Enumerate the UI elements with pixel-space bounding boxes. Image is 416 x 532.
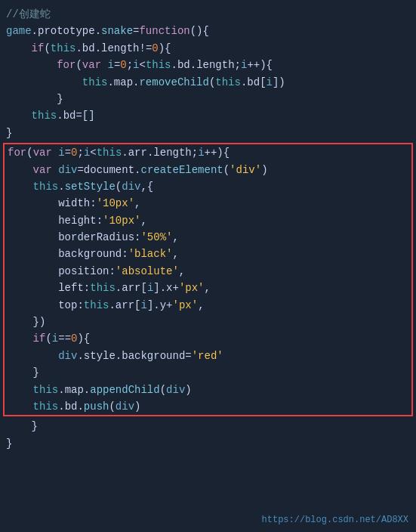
code-line-7: } bbox=[0, 125, 416, 141]
h-line-1: for(var i=0;i<this.arr.length;i++){ bbox=[5, 144, 411, 161]
h-line-10: top:this.arr[i].y+'px', bbox=[5, 297, 411, 314]
url-bar: https://blog.csdn.net/AD8XX bbox=[262, 513, 408, 527]
code-line-3: for(var i=0;i<this.bd.length;i++){ bbox=[0, 57, 416, 73]
h-line-13: div.style.background='red' bbox=[5, 348, 411, 364]
h-line-3: this.setStyle(div,{ bbox=[5, 178, 411, 195]
code-line-close-fn: } bbox=[0, 435, 416, 452]
code-line-2: if(this.bd.length!=0){ bbox=[0, 40, 416, 57]
highlighted-block: for(var i=0;i<this.arr.length;i++){ var … bbox=[3, 143, 413, 416]
h-line-7: background:'black', bbox=[5, 246, 411, 262]
h-line-4: width:'10px', bbox=[5, 195, 411, 212]
h-line-12: if(i==0){ bbox=[5, 330, 411, 347]
code-line-6: this.bd=[] bbox=[0, 107, 416, 124]
h-line-9: left:this.arr[i].x+'px', bbox=[5, 280, 411, 296]
code-line-4: this.map.removeChild(this.bd[i]) bbox=[0, 74, 416, 91]
h-line-11: }) bbox=[5, 314, 411, 330]
code-line-comment: //创建蛇 bbox=[0, 6, 416, 23]
h-line-16: this.bd.push(div) bbox=[5, 398, 411, 415]
code-line-1: game.prototype.snake=function(){ bbox=[0, 23, 416, 39]
h-line-2: var div=document.createElement('div') bbox=[5, 162, 411, 178]
code-line-close-for: } bbox=[0, 418, 416, 435]
h-line-6: borderRadius:'50%', bbox=[5, 229, 411, 246]
h-line-15: this.map.appendChild(div) bbox=[5, 382, 411, 398]
code-container: //创建蛇 game.prototype.snake=function(){ i… bbox=[0, 0, 416, 532]
h-line-5: height:'10px', bbox=[5, 212, 411, 229]
code-line-5: } bbox=[0, 91, 416, 107]
h-line-8: position:'absolute', bbox=[5, 263, 411, 280]
h-line-14: } bbox=[5, 364, 411, 381]
